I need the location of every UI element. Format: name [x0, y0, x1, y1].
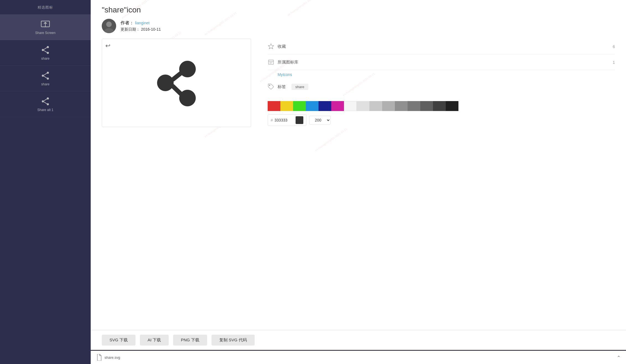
favorite-row: 收藏 6 [268, 39, 615, 54]
swatch-black[interactable] [446, 101, 458, 111]
avatar-image [102, 19, 116, 33]
filename: share.svg [105, 355, 120, 360]
swatch-gray3[interactable] [382, 101, 395, 111]
svg-point-11 [47, 97, 49, 100]
sidebar-item-share-alt1[interactable]: Share alt 1 [0, 91, 91, 117]
update-label: 更新日期： [121, 27, 140, 31]
svg-line-23 [173, 86, 181, 94]
main-content: ex-huangjinting001-2021-03-21 ex-huangji… [91, 0, 626, 364]
svg-line-15 [44, 102, 47, 104]
swatch-magenta[interactable] [331, 101, 344, 111]
tag-label: 标签 [278, 84, 286, 89]
color-input-row: # 16 24 32 48 64 128 200 [268, 114, 615, 126]
swatch-gray7[interactable] [433, 101, 446, 111]
sidebar: 精选图标 Share Screen share share [0, 0, 91, 364]
color-palette-section: # 16 24 32 48 64 128 200 [268, 101, 615, 126]
sidebar-item-share2[interactable]: share [0, 66, 91, 91]
file-status-bar: share.svg ⌃ [91, 350, 626, 364]
svg-line-22 [173, 73, 181, 80]
svg-point-17 [106, 22, 112, 27]
share-screen-icon [40, 19, 50, 29]
png-download-button[interactable]: PNG 下载 [173, 335, 207, 345]
svg-point-20 [157, 75, 174, 91]
svg-rect-25 [268, 60, 273, 64]
content-area: ex-huangjinting001-2021-03-21 ex-huangji… [91, 0, 626, 330]
svg-point-8 [47, 78, 49, 80]
svg-point-1 [47, 46, 49, 48]
svg-point-3 [47, 52, 49, 54]
svg-point-12 [42, 100, 44, 102]
svg-marker-24 [268, 44, 274, 49]
sidebar-item-share1[interactable]: share [0, 40, 91, 66]
library-icon [268, 59, 274, 65]
svg-download-button[interactable]: SVG 下载 [102, 335, 135, 345]
favorite-left: 收藏 [268, 43, 286, 50]
icon-title: "share"icon [102, 6, 615, 14]
svg-line-14 [44, 99, 47, 101]
ai-download-button[interactable]: AI 下载 [140, 335, 169, 345]
icon-detail-section: ex-huangjinting001-2021-03-21 ex-huangji… [91, 0, 626, 330]
color-swatches-row [268, 101, 615, 111]
library-link[interactable]: MyIcons [268, 70, 615, 79]
svg-line-5 [44, 51, 47, 52]
tag-badge[interactable]: share [291, 84, 308, 90]
right-panel: 收藏 6 所属图标库 [262, 39, 615, 126]
author-info: 作者： lianginet 更新日期： 2016-10-11 [121, 20, 161, 32]
tag-area: 标签 share [268, 79, 615, 94]
update-date: 更新日期： 2016-10-11 [121, 27, 161, 32]
star-icon [268, 43, 274, 50]
library-left: 所属图标库 [268, 59, 298, 65]
swatch-white1[interactable] [344, 101, 357, 111]
sidebar-item-share1-label: share [41, 57, 49, 60]
file-info: share.svg [96, 354, 120, 361]
swatch-red[interactable] [268, 101, 280, 111]
update-date-value: 2016-10-11 [141, 27, 161, 31]
svg-point-7 [42, 75, 44, 77]
share-alt-icon [40, 96, 50, 106]
size-select[interactable]: 16 24 32 48 64 128 200 256 512 [309, 116, 331, 125]
color-hex-input[interactable] [275, 118, 294, 122]
swatch-gray4[interactable] [395, 101, 408, 111]
library-row: 所属图标库 1 [268, 54, 615, 70]
sidebar-header: 精选图标 [38, 3, 53, 14]
swatch-gray5[interactable] [408, 101, 420, 111]
share-icon-1 [40, 45, 50, 55]
swatch-blue[interactable] [306, 101, 319, 111]
author-row: 作者： lianginet 更新日期： 2016-10-11 [102, 19, 615, 33]
color-hex-container: # [268, 114, 306, 126]
share-icon-preview [149, 55, 204, 110]
svg-line-4 [44, 48, 47, 49]
svg-point-13 [47, 103, 49, 105]
share-icon-2 [40, 71, 50, 81]
sidebar-item-share-screen[interactable]: Share Screen [0, 14, 91, 40]
svg-point-2 [42, 49, 44, 51]
svg-line-9 [44, 73, 47, 75]
swatch-gray1[interactable] [357, 101, 369, 111]
favorite-count: 6 [613, 44, 615, 49]
sidebar-item-share-alt1-label: Share alt 1 [37, 108, 53, 112]
sidebar-item-share-screen-label: Share Screen [35, 31, 55, 35]
icon-preview-box: ↩ [102, 39, 251, 127]
preview-color-row: ↩ [102, 39, 615, 127]
back-button[interactable]: ↩ [105, 42, 110, 49]
author-avatar [102, 19, 116, 33]
file-icon [96, 354, 102, 361]
tag-icon [268, 83, 274, 90]
svg-point-6 [47, 72, 49, 74]
library-count: 1 [613, 60, 615, 65]
svg-line-10 [44, 76, 47, 78]
favorite-label: 收藏 [278, 44, 286, 49]
swatch-yellow[interactable] [280, 101, 293, 111]
author-prefix: 作者： [121, 20, 134, 25]
color-preview-box [296, 116, 303, 124]
expand-button[interactable]: ⌃ [617, 355, 620, 360]
copy-svg-button[interactable]: 复制 SVG 代码 [212, 335, 255, 345]
author-label-row: 作者： lianginet [121, 20, 161, 26]
sidebar-item-share2-label: share [41, 82, 49, 86]
author-link[interactable]: lianginet [135, 21, 149, 25]
swatch-gray2[interactable] [369, 101, 382, 111]
swatch-green[interactable] [293, 101, 306, 111]
download-bar: SVG 下载 AI 下载 PNG 下载 复制 SVG 代码 [91, 330, 626, 350]
swatch-gray6[interactable] [420, 101, 433, 111]
swatch-darkblue[interactable] [319, 101, 331, 111]
